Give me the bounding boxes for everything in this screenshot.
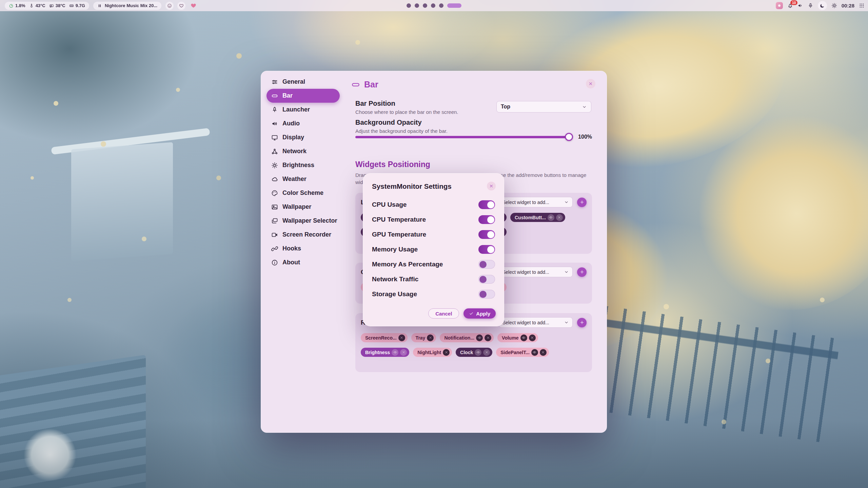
heart-outline-icon (179, 3, 184, 8)
toggle-row: Storage Usage (363, 287, 504, 302)
widget-chip[interactable]: Notification... (440, 333, 494, 342)
widget-add-placeholder: Select widget to add... (502, 200, 549, 205)
smile-icon (167, 3, 172, 8)
media-pill[interactable]: Nightcore Music Mix 20... (93, 2, 161, 10)
eye-icon[interactable] (531, 349, 538, 356)
toggle-row: CPU Temperature (363, 212, 504, 227)
stat-value: 38°C (56, 3, 65, 8)
widget-group-controls: Select widget to add... (499, 197, 587, 207)
widget-chip-label: Volume (502, 335, 519, 341)
modal-toggles: CPU UsageCPU TemperatureGPU TemperatureM… (363, 197, 504, 302)
workspace-dot[interactable] (423, 3, 427, 8)
eye-icon[interactable] (475, 349, 481, 356)
quick-button-2[interactable] (177, 2, 185, 10)
widget-add-select[interactable]: Select widget to add... (499, 197, 573, 207)
widget-add-select[interactable]: Select widget to add... (499, 267, 573, 277)
stat-3: 38°C (49, 3, 65, 8)
plus-icon (579, 200, 585, 205)
leaf-cluster (292, 0, 495, 81)
remove-icon[interactable] (398, 334, 405, 341)
remove-icon[interactable] (556, 214, 563, 221)
toggle-label: CPU Temperature (372, 216, 426, 223)
toggle-row: Memory Usage (363, 242, 504, 257)
eye-icon[interactable] (520, 334, 527, 341)
bar-position-description: Choose where to place the bar on the scr… (355, 109, 458, 115)
cancel-button[interactable]: Cancel (428, 308, 459, 319)
widget-chip-label: Brightness (365, 350, 390, 355)
modal-close-button[interactable] (487, 182, 496, 190)
toggle-switch[interactable] (478, 275, 495, 284)
bar-position-select[interactable]: Top (496, 101, 591, 113)
workspace-dot[interactable] (439, 3, 443, 8)
toggle-switch[interactable] (478, 215, 495, 224)
workspace-dot[interactable] (407, 3, 411, 8)
eye-icon[interactable] (392, 349, 398, 356)
remove-icon[interactable] (443, 349, 450, 356)
bar-left: 1.8%43°C38°C9.7G Nightcore Music Mix 20.… (5, 0, 197, 11)
add-widget-button[interactable] (577, 267, 587, 277)
toggle-row: CPU Usage (363, 197, 504, 212)
brightness-button[interactable] (831, 3, 837, 8)
app-grid-button[interactable] (859, 3, 865, 8)
apply-button[interactable]: Apply (463, 308, 496, 319)
workspace-active[interactable] (447, 3, 461, 8)
toggle-label: Network Traffic (372, 276, 418, 283)
add-widget-button[interactable] (577, 318, 587, 327)
widget-group-controls: Select widget to add... (499, 267, 587, 277)
eye-icon[interactable] (548, 214, 554, 221)
chevron-down-icon (564, 200, 569, 205)
widget-add-select[interactable]: Select widget to add... (499, 317, 573, 328)
widgets-positioning-title: Widgets Positioning (355, 160, 430, 169)
widget-chip-label: SidePanelT... (500, 350, 530, 355)
widget-chip-row: ScreenReco...TrayNotification...Volume (361, 333, 587, 342)
clock[interactable]: 00:28 (842, 3, 854, 8)
mic-button[interactable] (808, 3, 813, 8)
toggle-label: Memory As Percentage (372, 261, 443, 268)
remove-icon[interactable] (485, 334, 491, 341)
eye-icon[interactable] (476, 334, 483, 341)
remove-icon[interactable] (427, 334, 434, 341)
remove-icon[interactable] (529, 334, 536, 341)
bar-right: 10 00:28 (776, 0, 865, 11)
remove-icon[interactable] (483, 349, 490, 356)
toggle-switch[interactable] (478, 260, 495, 269)
toggle-row: Memory As Percentage (363, 257, 504, 272)
pause-icon (97, 3, 102, 8)
stat-value: 1.8% (15, 3, 25, 8)
widget-chip[interactable]: Clock (456, 348, 492, 357)
add-widget-button[interactable] (577, 198, 587, 207)
widget-chip[interactable]: SidePanelT... (496, 348, 549, 357)
top-bar: 1.8%43°C38°C9.7G Nightcore Music Mix 20.… (0, 0, 868, 11)
widget-add-placeholder: Select widget to add... (502, 320, 549, 325)
chevron-down-icon (582, 104, 587, 109)
widget-chip[interactable]: CustomButt... (510, 213, 565, 222)
opacity-slider-handle[interactable] (565, 133, 573, 141)
toggle-switch[interactable] (478, 200, 495, 209)
remove-icon[interactable] (540, 349, 547, 356)
workspace-dot[interactable] (415, 3, 419, 8)
toggle-label: Memory Usage (372, 246, 418, 253)
toggle-switch[interactable] (478, 230, 495, 239)
remove-icon[interactable] (400, 349, 407, 356)
quick-button-3[interactable] (189, 2, 197, 10)
volume-button[interactable] (797, 3, 803, 8)
plus-icon (579, 269, 585, 274)
bar-position-value: Top (501, 104, 510, 110)
widget-chip[interactable]: Tray (411, 333, 436, 342)
toggle-switch[interactable] (478, 245, 495, 254)
widget-chip[interactable]: NightLight (413, 348, 452, 357)
stat-2: 43°C (29, 3, 45, 8)
widget-chip[interactable]: Volume (497, 333, 538, 342)
notifications-button[interactable]: 10 (787, 3, 793, 8)
building (71, 142, 173, 261)
color-picker-icon[interactable] (776, 2, 783, 9)
night-mode-button[interactable] (818, 1, 827, 10)
widget-chip-label: CustomButt... (515, 215, 546, 220)
plus-icon (579, 320, 585, 325)
workspace-dot[interactable] (431, 3, 435, 8)
toggle-switch[interactable] (478, 290, 495, 299)
quick-button-1[interactable] (165, 2, 174, 10)
widget-chip[interactable]: Brightness (361, 348, 409, 357)
opacity-slider-track[interactable] (355, 136, 572, 138)
widget-chip[interactable]: ScreenReco... (361, 333, 408, 342)
